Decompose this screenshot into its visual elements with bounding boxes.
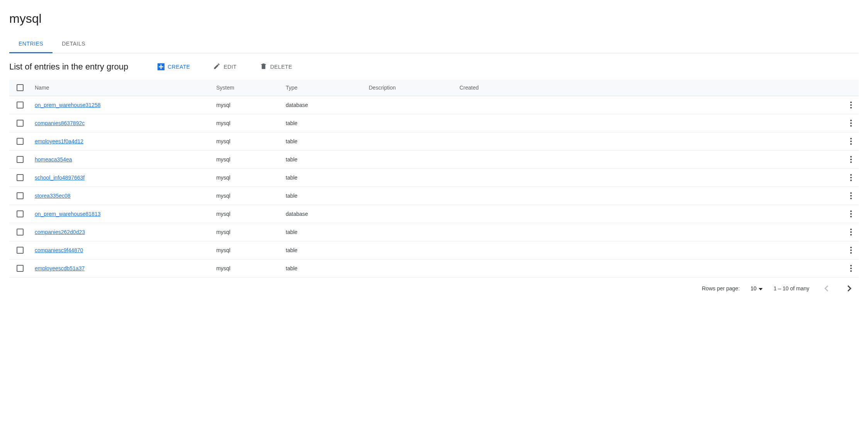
row-checkbox[interactable] xyxy=(17,192,24,199)
entry-link[interactable]: homeaca354ea xyxy=(35,156,72,163)
svg-point-8 xyxy=(850,143,852,145)
tabs: ENTRIES DETAILS xyxy=(9,35,859,53)
edit-button[interactable]: EDIT xyxy=(210,61,240,73)
rows-per-page-value: 10 xyxy=(751,285,757,292)
cell-system: mysql xyxy=(212,96,282,114)
entry-link[interactable]: employeescdb51a37 xyxy=(35,265,85,271)
select-all-checkbox[interactable] xyxy=(17,84,24,91)
row-menu-button[interactable] xyxy=(847,136,855,146)
cell-system: mysql xyxy=(212,241,282,259)
tab-details[interactable]: DETAILS xyxy=(53,35,95,53)
subtitle: List of entries in the entry group xyxy=(9,62,128,72)
svg-point-3 xyxy=(850,120,852,121)
row-checkbox[interactable] xyxy=(17,174,24,181)
row-menu-button[interactable] xyxy=(847,118,855,128)
next-page-button[interactable] xyxy=(843,282,856,295)
row-menu-button[interactable] xyxy=(847,263,855,273)
cell-type: table xyxy=(282,187,365,205)
kebab-icon xyxy=(850,174,852,181)
header-actions xyxy=(836,80,859,96)
table-row: homeaca354eamysqltable xyxy=(9,151,859,169)
cell-type: table xyxy=(282,114,365,132)
kebab-icon xyxy=(850,156,852,163)
cell-type: database xyxy=(282,96,365,114)
svg-point-25 xyxy=(850,249,852,251)
entries-table: Name System Type Description Created on_… xyxy=(9,80,859,278)
cell-system: mysql xyxy=(212,205,282,223)
cell-description xyxy=(365,96,456,114)
create-button-label: CREATE xyxy=(168,64,190,70)
row-checkbox[interactable] xyxy=(17,247,24,254)
cell-created xyxy=(456,96,836,114)
cell-created xyxy=(456,132,836,151)
header-name[interactable]: Name xyxy=(31,80,212,96)
svg-point-22 xyxy=(850,231,852,233)
row-menu-button[interactable] xyxy=(847,173,855,183)
header-select-all xyxy=(9,80,31,96)
header-created[interactable]: Created xyxy=(456,80,836,96)
cell-type: table xyxy=(282,241,365,259)
cell-created xyxy=(456,187,836,205)
cell-description xyxy=(365,241,456,259)
cell-type: table xyxy=(282,223,365,241)
row-menu-button[interactable] xyxy=(847,209,855,219)
cell-description xyxy=(365,132,456,151)
svg-point-26 xyxy=(850,252,852,254)
row-checkbox[interactable] xyxy=(17,210,24,217)
header-type[interactable]: Type xyxy=(282,80,365,96)
table-row: companies8637892cmysqltable xyxy=(9,114,859,132)
cell-type: table xyxy=(282,259,365,278)
row-checkbox[interactable] xyxy=(17,156,24,163)
prev-page-button[interactable] xyxy=(820,282,832,295)
svg-point-7 xyxy=(850,141,852,142)
row-checkbox[interactable] xyxy=(17,265,24,272)
svg-point-5 xyxy=(850,125,852,127)
entry-link[interactable]: school_info4897663f xyxy=(35,175,85,181)
svg-point-2 xyxy=(850,107,852,108)
entry-link[interactable]: storea335ec08 xyxy=(35,193,71,199)
rows-per-page-select[interactable]: 10 xyxy=(751,285,763,292)
header-description[interactable]: Description xyxy=(365,80,456,96)
row-checkbox[interactable] xyxy=(17,138,24,145)
entry-link[interactable]: companiesc9f44870 xyxy=(35,247,83,253)
pagination-range: 1 – 10 of many xyxy=(773,285,809,292)
chevron-right-icon xyxy=(848,285,851,292)
chevron-left-icon xyxy=(824,285,828,292)
entry-link[interactable]: companies8637892c xyxy=(35,120,85,126)
kebab-icon xyxy=(850,192,852,199)
kebab-icon xyxy=(850,120,852,127)
cell-description xyxy=(365,114,456,132)
svg-point-19 xyxy=(850,213,852,215)
cell-system: mysql xyxy=(212,223,282,241)
delete-button[interactable]: DELETE xyxy=(257,61,295,73)
cell-system: mysql xyxy=(212,259,282,278)
row-menu-button[interactable] xyxy=(847,100,855,110)
tab-entries[interactable]: ENTRIES xyxy=(9,35,53,53)
row-checkbox[interactable] xyxy=(17,229,24,236)
entry-link[interactable]: on_prem_warehouse81813 xyxy=(35,211,100,217)
create-button[interactable]: CREATE xyxy=(154,62,193,72)
header-system[interactable]: System xyxy=(212,80,282,96)
svg-point-17 xyxy=(850,198,852,199)
plus-icon xyxy=(158,63,164,70)
delete-button-label: DELETE xyxy=(270,64,292,70)
cell-type: table xyxy=(282,169,365,187)
row-checkbox[interactable] xyxy=(17,102,24,108)
cell-created xyxy=(456,223,836,241)
table-row: on_prem_warehouse81813mysqldatabase xyxy=(9,205,859,223)
cell-system: mysql xyxy=(212,151,282,169)
cell-type: table xyxy=(282,132,365,151)
svg-point-24 xyxy=(850,247,852,248)
row-menu-button[interactable] xyxy=(847,154,855,164)
entry-link[interactable]: companies262d0d23 xyxy=(35,229,85,235)
row-menu-button[interactable] xyxy=(847,191,855,201)
svg-point-21 xyxy=(850,229,852,230)
entry-link[interactable]: employees1f0a4d12 xyxy=(35,138,83,144)
row-menu-button[interactable] xyxy=(847,227,855,237)
svg-point-9 xyxy=(850,156,852,158)
toolbar: List of entries in the entry group CREAT… xyxy=(9,61,859,73)
row-checkbox[interactable] xyxy=(17,120,24,127)
entry-link[interactable]: on_prem_warehouse31258 xyxy=(35,102,100,108)
row-menu-button[interactable] xyxy=(847,245,855,255)
kebab-icon xyxy=(850,138,852,145)
